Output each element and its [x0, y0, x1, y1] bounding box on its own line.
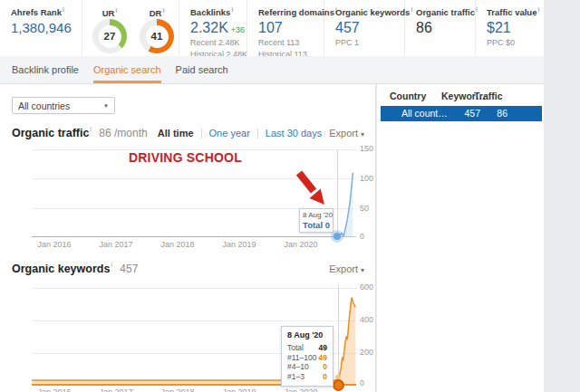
- organic-traffic-value: 86: [416, 20, 475, 36]
- x-tick: Jan 2018: [158, 387, 198, 392]
- ur-value: 27: [99, 25, 121, 48]
- y-tick: 100: [360, 174, 373, 183]
- chart-crosshair: [337, 149, 338, 235]
- metric-label: Traffic valuei: [487, 6, 542, 17]
- ur-gauge-ring: 27: [92, 19, 127, 53]
- range-last-30-days[interactable]: Last 30 days: [266, 128, 322, 139]
- keywords-tooltip: 8 Aug '20 Total 49 #11–100 49 #4–10 0 #1…: [281, 326, 334, 387]
- x-tick: Jan 2016: [34, 240, 74, 249]
- info-icon: i: [111, 262, 111, 268]
- countries-panel: [377, 84, 544, 392]
- x-tick: Jan 2020: [281, 240, 321, 249]
- tooltip-date: 8 Aug '20: [303, 211, 330, 219]
- metric-organic-traffic: Organic traffici 86: [405, 0, 476, 56]
- export-button[interactable]: Export▾: [329, 263, 364, 274]
- x-tick: Jan 2017: [96, 387, 136, 392]
- dr-label: DRi: [137, 7, 177, 18]
- traffic-tooltip: 8 Aug '20 Total 0: [299, 208, 334, 233]
- metric-label: Organic traffici: [416, 6, 475, 17]
- chevron-down-icon: ▾: [361, 266, 364, 274]
- tooltip-row-4-10: #4–10 0: [287, 362, 327, 372]
- tab-backlink-profile[interactable]: Backlink profile: [12, 56, 79, 83]
- traffic-value-ppc: PPC $0: [487, 37, 542, 48]
- metric-label: Referring domainsi: [258, 6, 324, 17]
- country-filter-dropdown[interactable]: All countries ▼: [12, 97, 115, 114]
- metric-label: Backlinksi: [190, 6, 246, 17]
- dr-gauge-ring: 41: [140, 19, 174, 53]
- tooltip-date: 8 Aug '20: [287, 330, 327, 339]
- backlinks-recent: Recent 2.48K: [190, 37, 246, 48]
- country-row-all-countries[interactable]: All count… 457 86: [381, 106, 542, 121]
- column-country: Country: [390, 91, 426, 101]
- metric-organic-keywords: Organic keywordsi 457 PPC 1: [324, 0, 405, 56]
- x-tick: Jan 2019: [219, 240, 259, 249]
- tooltip-total: Total 0: [303, 220, 330, 230]
- y-tick: 150: [360, 144, 373, 153]
- red-arrow-icon: [294, 170, 330, 210]
- backlinks-value[interactable]: 2.32K+36: [190, 20, 246, 36]
- info-icon: i: [475, 91, 477, 97]
- country-keywords: 457: [444, 108, 480, 119]
- info-icon: i: [537, 6, 539, 13]
- range-all-time[interactable]: All time: [158, 128, 194, 139]
- ahrefs-site-explorer-page: Ahrefs Ranki 1,380,946 URi 27 DRi 41: [0, 0, 580, 392]
- y-tick: 50: [360, 204, 369, 213]
- metrics-topbar: Ahrefs Ranki 1,380,946 URi 27 DRi 41: [0, 0, 544, 57]
- x-tick: Jan 2016: [34, 387, 74, 392]
- country-traffic: 86: [482, 108, 508, 119]
- y-tick: 600: [360, 282, 373, 292]
- dr-gauge: DRi 41: [137, 7, 177, 53]
- info-icon: i: [63, 6, 64, 13]
- tooltip-row-1-3: #1–3 0: [287, 372, 327, 382]
- hover-point-marker: [334, 233, 341, 240]
- organic-keywords-title: Organic keywordsi 457: [12, 260, 138, 276]
- x-tick: Jan 2018: [158, 240, 198, 249]
- y-tick: 200: [360, 348, 373, 357]
- report-tabs: Backlink profile Organic search Paid sea…: [0, 56, 544, 84]
- organic-traffic-title: Organic traffici 86 /month: [12, 124, 148, 140]
- ur-label: URi: [90, 7, 130, 18]
- info-icon: i: [115, 7, 117, 14]
- country-table-header: Country Keywor… Traffici: [376, 91, 544, 104]
- tab-organic-search[interactable]: Organic search: [93, 56, 161, 83]
- referring-domains-value[interactable]: 107: [258, 20, 324, 36]
- y-tick: 0: [360, 232, 364, 241]
- referring-domains-recent: Recent 113: [258, 37, 324, 48]
- organic-keywords-count: 457: [120, 263, 138, 275]
- hover-point-marker: [333, 379, 344, 391]
- traffic-value-value[interactable]: $21: [487, 20, 542, 36]
- ahrefs-rank-value: 1,380,946: [11, 20, 82, 35]
- chevron-down-icon: ▾: [361, 130, 364, 139]
- metric-ahrefs-rank: Ahrefs Ranki 1,380,946: [0, 0, 82, 56]
- time-range-controls: All time One year Last 30 days Export▾: [158, 128, 364, 139]
- tooltip-row-11-100: #11–100 49: [287, 353, 327, 363]
- driving-school-annotation: DRIVING SCHOOL: [129, 150, 242, 165]
- y-tick: 0: [360, 378, 364, 387]
- organic-traffic-header: Organic traffici 86 /month All time One …: [12, 124, 364, 140]
- metric-label: Organic keywordsi: [335, 6, 404, 17]
- range-one-year[interactable]: One year: [209, 128, 250, 139]
- metric-ur-dr: URi 27 DRi 41: [82, 0, 179, 56]
- dr-value: 41: [146, 25, 169, 48]
- organic-keywords-ppc: PPC 1: [335, 37, 404, 48]
- export-button[interactable]: Export▾: [329, 128, 364, 139]
- backlinks-delta: +36: [231, 25, 245, 34]
- organic-keywords-value[interactable]: 457: [335, 20, 404, 36]
- tab-paid-search[interactable]: Paid search: [176, 56, 228, 83]
- country-name: All count…: [401, 108, 448, 119]
- chart-crosshair: [338, 285, 339, 383]
- metric-backlinks: Backlinksi 2.32K+36 Recent 2.48K Histori…: [179, 0, 247, 56]
- y-tick: 400: [360, 315, 373, 324]
- organic-traffic-permonth: 86 /month: [99, 127, 147, 139]
- ur-gauge: URi 27: [90, 7, 130, 53]
- info-icon: i: [162, 7, 164, 14]
- info-icon: i: [90, 126, 91, 132]
- x-tick: Jan 2019: [219, 387, 259, 392]
- divider: [257, 129, 258, 139]
- metric-referring-domains: Referring domainsi 107 Recent 113 Histor…: [247, 0, 324, 56]
- x-tick: Jan 2017: [96, 240, 136, 249]
- tooltip-row-total: Total 49: [287, 343, 327, 353]
- organic-keywords-header: Organic keywordsi 457 Export▾: [12, 260, 364, 276]
- metric-label: Ahrefs Ranki: [11, 6, 82, 17]
- x-tick: Jan 2020: [281, 387, 321, 392]
